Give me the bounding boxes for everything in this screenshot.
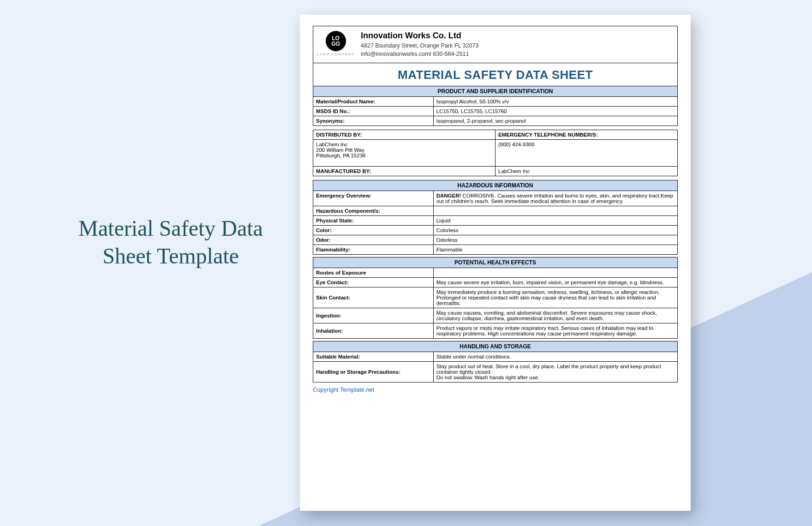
distributed-by-value: LabChem Inc 200 William Pitt Way Pittsbu… <box>313 140 496 167</box>
letterhead: LO GO LOGO COMPANY Innovation Works Co. … <box>313 26 678 63</box>
logo-icon: LO GO <box>326 31 346 51</box>
section-header-storage: HANDLING AND STORAGE <box>313 341 678 352</box>
company-address: 4827 Boundary Street, Orange Park FL 320… <box>361 42 478 50</box>
eye-contact-label: Eye Contact: <box>313 278 434 287</box>
synonyms-value: Isopropanol, 2-propanol, sec-propanol <box>433 116 677 126</box>
company-info: Innovation Works Co. Ltd 4827 Boundary S… <box>361 31 478 58</box>
suitable-material-label: Suitable Material: <box>313 352 434 362</box>
storage-precautions-value: Stay product out of heat. Store in a coo… <box>433 362 677 383</box>
flammability-value: Flammable <box>433 245 677 255</box>
flammability-label: Flammability: <box>313 245 434 255</box>
document-title: MATERIAL SAFETY DATA SHEET <box>313 63 678 86</box>
document-sheet: LO GO LOGO COMPANY Innovation Works Co. … <box>300 15 691 511</box>
material-label: Material/Product Name: <box>313 97 434 107</box>
copyright-link[interactable]: Copyright Template.net <box>313 386 678 393</box>
company-name: Innovation Works Co. Ltd <box>361 31 478 41</box>
overview-text: CORROSIVE. Causes severe irritation and … <box>436 193 673 204</box>
logo-subtext: LOGO COMPANY <box>317 53 354 56</box>
haz-components-label: Hazardous Component/s: <box>313 206 434 216</box>
storage-precautions-label: Handling or Storage Precautions: <box>313 362 434 383</box>
routes-value <box>433 268 677 278</box>
suitable-material-value: Stable under normal conditions. <box>433 352 677 362</box>
physical-state-label: Physical State: <box>313 216 434 226</box>
odor-value: Odorless <box>433 235 677 245</box>
company-contact: info@innovationworks.comI 630-584-2511 <box>361 50 478 58</box>
logo-text-bot: GO <box>331 41 340 47</box>
color-label: Color: <box>313 226 434 235</box>
manufactured-by-label: MANUFACTURED BY: <box>313 167 496 176</box>
product-identification-table: PRODUCT AND SUPPLIER IDENTIFICATION Mate… <box>313 86 678 126</box>
page-title: Material Safety Data Sheet Template <box>55 215 286 270</box>
skin-contact-value: May immediately produce a burning sensat… <box>433 287 677 308</box>
section-header-health: POTENTIAL HEALTH EFFECTS <box>313 257 678 268</box>
msds-label: MSDS ID No.: <box>313 107 434 116</box>
ingestion-value: May cause nausea, vomiting, and abdomina… <box>433 308 677 323</box>
section-header-product: PRODUCT AND SUPPLIER IDENTIFICATION <box>313 86 678 97</box>
section-header-hazard: HAZARDOUS INFORMATION <box>313 180 678 191</box>
manufactured-by-value: LabChem Inc <box>496 167 678 176</box>
material-value: Isopropyl Alcohol, 50-100% v/v <box>433 97 677 107</box>
supplier-table: DISTRIBUTED BY: EMERGENCY TELEPHONE NUMB… <box>313 130 678 176</box>
haz-components-value <box>433 206 677 216</box>
distributed-by-label: DISTRIBUTED BY: <box>313 130 496 140</box>
synonyms-label: Synonyms: <box>313 116 434 126</box>
inhalation-value: Product vapors or mists may irritate res… <box>433 323 677 339</box>
msds-value: LC15750, LC15755, LC15760 <box>433 107 677 116</box>
eye-contact-value: May cause severe eye irritation, burn, i… <box>433 278 677 287</box>
routes-label: Routes of Exposure <box>313 268 434 278</box>
color-value: Colorless <box>433 226 677 235</box>
emergency-overview-value: DANGER! CORROSIVE. Causes severe irritat… <box>433 191 677 206</box>
ingestion-label: Ingestion: <box>313 308 434 323</box>
emergency-overview-label: Emergency Overview: <box>313 191 434 206</box>
inhalation-label: Inhalation: <box>313 323 434 339</box>
overview-danger: DANGER! <box>436 193 461 198</box>
physical-state-value: Liquid <box>433 216 677 226</box>
emergency-phone-value: (800) 424-9300 <box>496 140 678 167</box>
skin-contact-label: Skin Contact: <box>313 287 434 308</box>
emergency-phone-label: EMERGENCY TELEPHONE NUMBER/S: <box>496 130 678 140</box>
odor-label: Odor: <box>313 235 434 245</box>
logo: LO GO LOGO COMPANY <box>317 31 354 56</box>
hazard-table: HAZARDOUS INFORMATION Emergency Overview… <box>313 180 678 383</box>
